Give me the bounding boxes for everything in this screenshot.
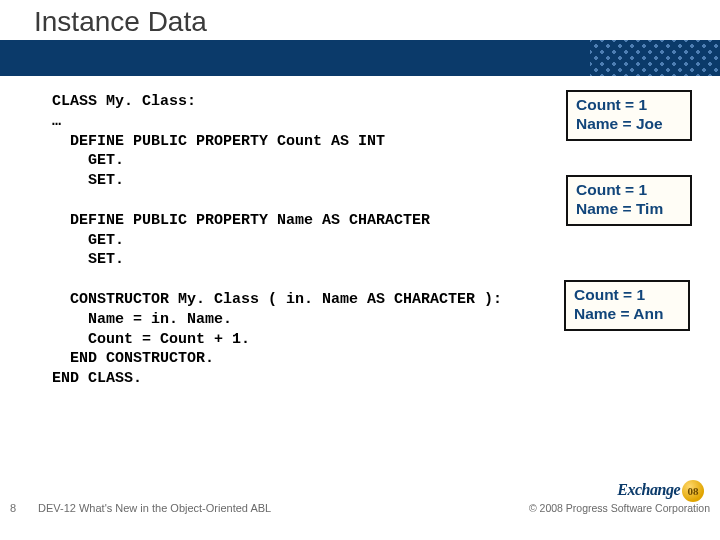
instance-box-1: Count = 1 Name = Joe — [566, 90, 692, 141]
slide-title: Instance Data — [34, 6, 207, 38]
logo-text: Exchange — [617, 481, 680, 498]
copyright: © 2008 Progress Software Corporation — [529, 502, 710, 514]
instance-box-line: Count = 1 — [576, 181, 682, 200]
instance-box-line: Count = 1 — [576, 96, 682, 115]
instance-box-3: Count = 1 Name = Ann — [564, 280, 690, 331]
instance-box-line: Count = 1 — [574, 286, 680, 305]
logo-year-badge: 08 — [682, 480, 704, 502]
footer: 8 DEV-12 What's New in the Object-Orient… — [0, 500, 720, 534]
instance-box-line: Name = Tim — [576, 200, 682, 219]
instance-box-2: Count = 1 Name = Tim — [566, 175, 692, 226]
page-number: 8 — [10, 502, 16, 514]
header-dots — [590, 40, 720, 76]
instance-box-line: Name = Ann — [574, 305, 680, 324]
footer-session-title: DEV-12 What's New in the Object-Oriented… — [38, 502, 271, 514]
header-band — [0, 40, 720, 76]
instance-box-line: Name = Joe — [576, 115, 682, 134]
